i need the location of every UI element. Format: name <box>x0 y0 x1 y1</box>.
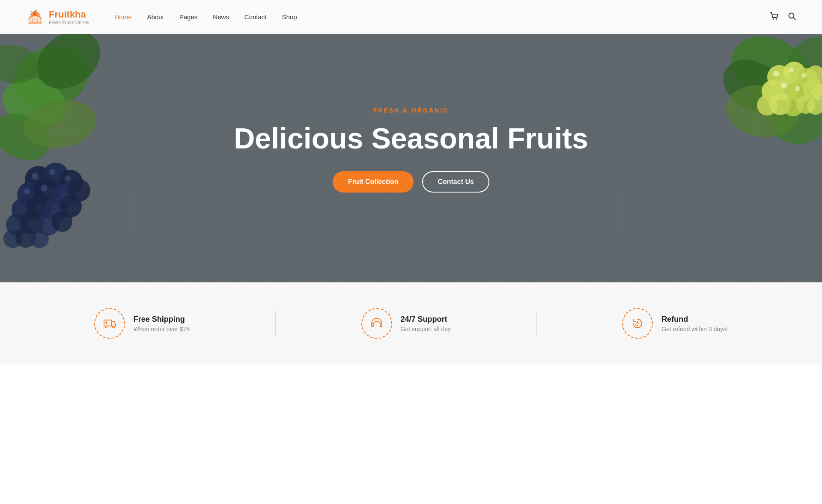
search-button[interactable] <box>788 12 796 23</box>
divider-1 <box>275 311 276 336</box>
support-title: 24/7 Support <box>401 315 451 324</box>
shipping-title: Free Shipping <box>134 315 190 324</box>
support-icon-wrap <box>361 308 392 339</box>
logo-icon <box>26 8 45 27</box>
svg-point-5 <box>773 18 774 20</box>
feature-refund: Refund Get refund within 3 days! <box>622 308 728 339</box>
svg-rect-69 <box>380 323 382 327</box>
logo-link[interactable]: Fruitkha Fresh Fruits Online <box>26 8 89 27</box>
refund-icon <box>631 317 644 330</box>
features-section: Free Shipping When order over $75 24/7 S… <box>0 282 822 365</box>
hero-section: FRESH & ORGANIC Delicious Seasonal Fruit… <box>0 0 822 282</box>
hero-content: FRESH & ORGANIC Delicious Seasonal Fruit… <box>0 0 822 282</box>
svg-point-66 <box>105 326 107 328</box>
shipping-text: Free Shipping When order over $75 <box>134 315 190 332</box>
hero-title: Delicious Seasonal Fruits <box>234 122 588 154</box>
refund-icon-wrap <box>622 308 653 339</box>
brand-tagline: Fresh Fruits Online <box>49 20 89 25</box>
divider-2 <box>536 311 537 336</box>
nav-item-pages[interactable]: Pages <box>179 13 198 21</box>
fruit-collection-button[interactable]: Fruit Collection <box>333 171 414 193</box>
support-desc: Get support all day <box>401 326 451 332</box>
nav-item-shop[interactable]: Shop <box>282 13 297 21</box>
support-icon <box>370 317 384 330</box>
cart-button[interactable] <box>770 12 779 23</box>
refund-title: Refund <box>661 315 728 324</box>
support-text: 24/7 Support Get support all day <box>401 315 451 332</box>
feature-support: 24/7 Support Get support all day <box>361 308 451 339</box>
nav-menu: Home About Pages News Contact Shop <box>115 13 770 21</box>
svg-point-4 <box>36 12 40 17</box>
contact-us-button[interactable]: Contact Us <box>422 171 489 193</box>
brand-name: Fruitkha <box>49 9 89 20</box>
shipping-icon <box>103 317 116 330</box>
svg-point-6 <box>776 18 777 20</box>
hero-subtitle: FRESH & ORGANIC <box>373 107 449 114</box>
nav-item-contact[interactable]: Contact <box>244 13 267 21</box>
svg-point-67 <box>112 326 114 328</box>
nav-item-home[interactable]: Home <box>115 13 132 21</box>
nav-actions <box>770 12 796 23</box>
feature-free-shipping: Free Shipping When order over $75 <box>94 308 190 339</box>
shipping-desc: When order over $75 <box>134 326 190 332</box>
navbar: Fruitkha Fresh Fruits Online Home About … <box>0 0 822 34</box>
cart-icon <box>770 12 779 21</box>
hero-buttons: Fruit Collection Contact Us <box>333 171 489 193</box>
svg-rect-1 <box>28 22 42 24</box>
nav-item-news[interactable]: News <box>213 13 229 21</box>
refund-text: Refund Get refund within 3 days! <box>661 315 728 332</box>
refund-desc: Get refund within 3 days! <box>661 326 728 332</box>
nav-item-about[interactable]: About <box>147 13 164 21</box>
shipping-icon-wrap <box>94 308 125 339</box>
search-icon <box>788 12 796 21</box>
